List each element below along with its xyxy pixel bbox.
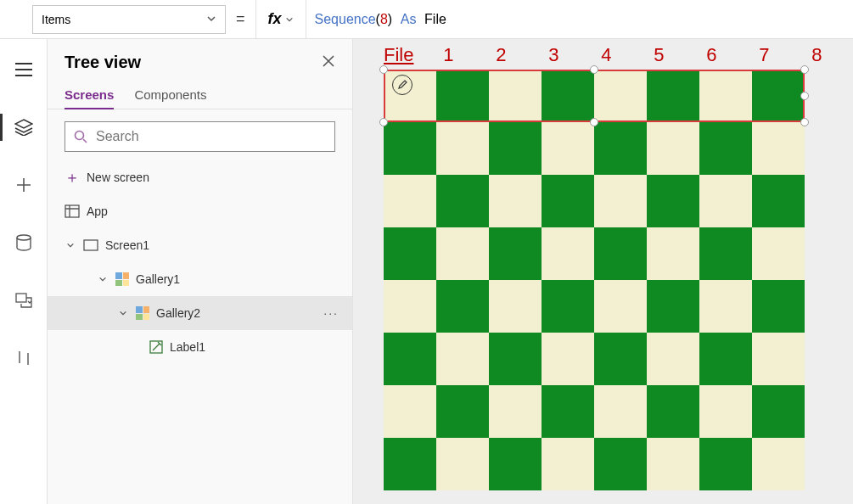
board-square[interactable] <box>647 70 699 122</box>
board-square[interactable] <box>489 280 542 333</box>
board-square[interactable] <box>752 70 805 122</box>
resize-handle[interactable] <box>379 118 388 126</box>
tab-components[interactable]: Components <box>134 87 206 109</box>
more-button[interactable]: ··· <box>323 306 339 320</box>
board-square[interactable] <box>699 333 752 385</box>
board-square[interactable] <box>436 122 489 175</box>
board-square[interactable] <box>436 438 489 490</box>
chessboard[interactable] <box>384 70 805 490</box>
board-square[interactable] <box>699 70 752 122</box>
tree-item-gallery1[interactable]: Gallery1 <box>48 262 352 296</box>
board-square[interactable] <box>752 122 805 175</box>
board-square[interactable] <box>594 333 647 385</box>
board-square[interactable] <box>542 280 594 333</box>
board-square[interactable] <box>542 70 594 122</box>
board-square[interactable] <box>489 122 542 175</box>
board-square[interactable] <box>384 122 436 175</box>
board-square[interactable] <box>594 227 647 280</box>
board-square[interactable] <box>436 175 489 227</box>
rail-tree-view[interactable] <box>0 110 48 144</box>
resize-handle[interactable] <box>800 118 809 126</box>
board-square[interactable] <box>384 438 436 490</box>
board-square[interactable] <box>436 280 489 333</box>
board-square[interactable] <box>699 122 752 175</box>
board-square[interactable] <box>384 175 436 227</box>
resize-handle[interactable] <box>800 92 809 100</box>
tree-item-app[interactable]: App <box>48 194 352 228</box>
fx-button[interactable]: fx <box>255 0 306 39</box>
board-square[interactable] <box>752 385 805 438</box>
board-square[interactable] <box>752 438 805 490</box>
resize-handle[interactable] <box>590 65 598 74</box>
close-button[interactable] <box>322 54 335 71</box>
board-square[interactable] <box>594 70 647 122</box>
resize-handle[interactable] <box>590 118 598 126</box>
resize-handle[interactable] <box>379 65 388 74</box>
board-square[interactable] <box>647 280 699 333</box>
board-square[interactable] <box>436 333 489 385</box>
screen-icon <box>83 239 98 251</box>
board-square[interactable] <box>699 438 752 490</box>
ruler-num: 7 <box>738 44 790 66</box>
board-square[interactable] <box>384 280 436 333</box>
rail-insert[interactable] <box>0 168 48 202</box>
board-square[interactable] <box>594 175 647 227</box>
board-square[interactable] <box>384 227 436 280</box>
board-square[interactable] <box>489 333 542 385</box>
board-square[interactable] <box>542 122 594 175</box>
board-square[interactable] <box>594 385 647 438</box>
edit-template-button[interactable] <box>392 75 412 95</box>
board-square[interactable] <box>594 280 647 333</box>
board-square[interactable] <box>752 227 805 280</box>
board-square[interactable] <box>384 333 436 385</box>
board-square[interactable] <box>384 385 436 438</box>
board-square[interactable] <box>647 438 699 490</box>
tab-screens[interactable]: Screens <box>65 87 114 109</box>
board-square[interactable] <box>647 385 699 438</box>
resize-handle[interactable] <box>800 65 809 74</box>
board-square[interactable] <box>489 70 542 122</box>
formula-bar: Items = fx Sequence(8) As File <box>0 0 853 39</box>
board-square[interactable] <box>647 333 699 385</box>
svg-point-0 <box>17 235 31 240</box>
board-square[interactable] <box>436 70 489 122</box>
board-square[interactable] <box>752 333 805 385</box>
board-square[interactable] <box>542 438 594 490</box>
board-square[interactable] <box>489 227 542 280</box>
board-square[interactable] <box>594 122 647 175</box>
rail-hamburger[interactable] <box>0 53 48 87</box>
rail-tools[interactable] <box>0 341 48 375</box>
board-square[interactable] <box>436 385 489 438</box>
formula-input[interactable]: Sequence(8) As File <box>306 0 853 39</box>
rail-data[interactable] <box>0 226 48 260</box>
board-square[interactable] <box>489 175 542 227</box>
board-square[interactable] <box>699 227 752 280</box>
tools-icon <box>16 350 31 367</box>
board-square[interactable] <box>542 227 594 280</box>
board-square[interactable] <box>436 227 489 280</box>
board-square[interactable] <box>647 227 699 280</box>
tree-item-gallery2[interactable]: Gallery2 ··· <box>48 296 352 330</box>
board-square[interactable] <box>489 438 542 490</box>
property-dropdown[interactable]: Items <box>32 5 226 34</box>
board-square[interactable] <box>699 385 752 438</box>
board-square[interactable] <box>752 175 805 227</box>
tree-item-screen1[interactable]: Screen1 <box>48 228 352 262</box>
board-square[interactable] <box>542 175 594 227</box>
board-square[interactable] <box>594 438 647 490</box>
canvas[interactable]: File 1 2 3 4 5 6 7 8 <box>353 39 853 504</box>
board-square[interactable] <box>699 175 752 227</box>
board-square[interactable] <box>542 333 594 385</box>
chevron-down-icon <box>206 13 216 26</box>
chevron-down-icon <box>285 15 294 24</box>
board-square[interactable] <box>752 280 805 333</box>
board-square[interactable] <box>489 385 542 438</box>
board-square[interactable] <box>542 385 594 438</box>
new-screen-button[interactable]: ＋ New screen <box>48 160 352 194</box>
tree-item-label1[interactable]: Label1 <box>48 330 352 364</box>
board-square[interactable] <box>647 122 699 175</box>
board-square[interactable] <box>699 280 752 333</box>
board-square[interactable] <box>647 175 699 227</box>
rail-media[interactable] <box>0 283 48 317</box>
search-input[interactable]: Search <box>65 121 335 152</box>
